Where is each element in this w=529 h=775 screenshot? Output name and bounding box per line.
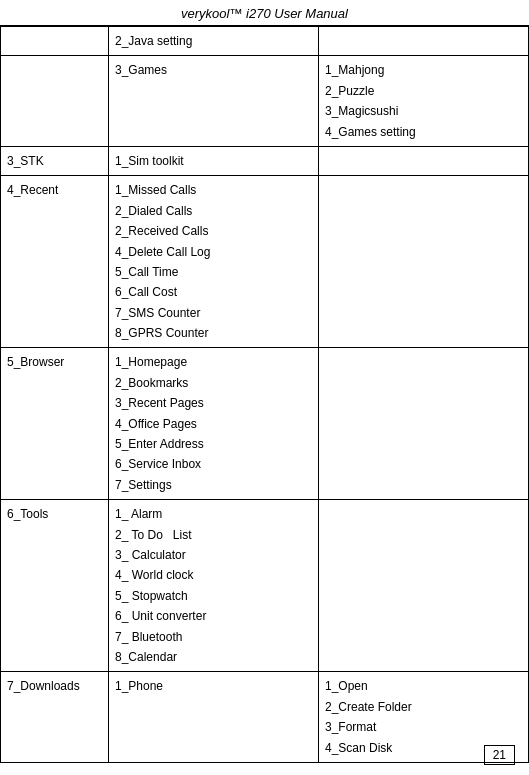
cell-col2: 1_Homepage 2_Bookmarks 3_Recent Pages 4_…: [109, 348, 319, 500]
cell-col2: 2_Java setting: [109, 27, 319, 56]
table-row: 3_Games 1_Mahjong2_Puzzle3_Magicsushi4_G…: [1, 56, 529, 147]
cell-col2: 1_Missed Calls 2_Dialed Calls 2_Received…: [109, 176, 319, 348]
cell-col1: 6_Tools: [1, 500, 109, 672]
cell-col2: 3_Games: [109, 56, 319, 147]
header-title: verykool™ i270 User Manual: [181, 6, 348, 21]
page-number: 21: [493, 748, 506, 762]
page-footer: 21: [484, 745, 515, 765]
cell-col3: [319, 500, 529, 672]
cell-col1: 5_Browser: [1, 348, 109, 500]
table-row: 7_Downloads 1_Phone 1_Open 2_Create Fold…: [1, 672, 529, 763]
table-row: 4_Recent 1_Missed Calls 2_Dialed Calls 2…: [1, 176, 529, 348]
cell-col3: [319, 27, 529, 56]
main-table: 2_Java setting 3_Games 1_Mahjong2_Puzzle…: [0, 26, 529, 763]
cell-col3: [319, 348, 529, 500]
table-row: 5_Browser 1_Homepage 2_Bookmarks 3_Recen…: [1, 348, 529, 500]
table-row: 6_Tools 1_ Alarm 2_ To Do List 3_ Calcul…: [1, 500, 529, 672]
cell-col1: 3_STK: [1, 146, 109, 175]
cell-col1: 4_Recent: [1, 176, 109, 348]
page-header: verykool™ i270 User Manual: [0, 0, 529, 26]
table-row: 3_STK 1_Sim toolkit: [1, 146, 529, 175]
cell-col1: [1, 27, 109, 56]
cell-col3: 1_Mahjong2_Puzzle3_Magicsushi4_Games set…: [319, 56, 529, 147]
cell-col1: [1, 56, 109, 147]
page-wrapper: verykool™ i270 User Manual 2_Java settin…: [0, 0, 529, 775]
cell-col2: 1_Sim toolkit: [109, 146, 319, 175]
cell-col3: [319, 176, 529, 348]
cell-col2: 1_Phone: [109, 672, 319, 763]
cell-col2: 1_ Alarm 2_ To Do List 3_ Calculator 4_ …: [109, 500, 319, 672]
cell-col3: [319, 146, 529, 175]
table-row: 2_Java setting: [1, 27, 529, 56]
cell-col1: 7_Downloads: [1, 672, 109, 763]
